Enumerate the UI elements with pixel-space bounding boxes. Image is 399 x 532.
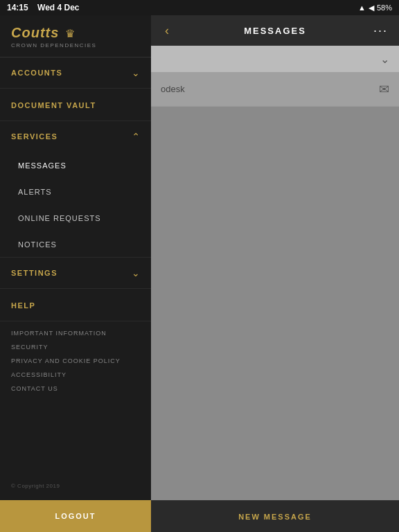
nav-section-settings: Settings ⌄ bbox=[0, 258, 151, 289]
content-area: ‹ Messages ··· ⌄ odesk ✉ bbox=[151, 15, 399, 500]
sidebar-item-notices[interactable]: Notices bbox=[0, 231, 151, 257]
content-title: Messages bbox=[244, 26, 306, 36]
content-header: ‹ Messages ··· bbox=[151, 15, 399, 46]
accounts-header[interactable]: Accounts ⌄ bbox=[0, 57, 151, 88]
messages-body bbox=[151, 107, 399, 500]
filter-chevron-icon[interactable]: ⌄ bbox=[380, 53, 389, 66]
help-item[interactable]: Help bbox=[0, 289, 151, 321]
document-vault-label: Document Vault bbox=[11, 101, 96, 109]
important-info-link[interactable]: Important Information bbox=[11, 330, 140, 337]
messages-label: Messages bbox=[18, 161, 66, 170]
security-link[interactable]: Security bbox=[11, 344, 140, 351]
nav-section-services: Services ⌄ Messages Alerts Online Reques… bbox=[0, 121, 151, 258]
crown-icon: ♛ bbox=[65, 27, 75, 40]
services-chevron-icon: ⌄ bbox=[132, 131, 140, 142]
settings-header[interactable]: Settings ⌄ bbox=[0, 258, 151, 288]
envelope-icon: ✉ bbox=[379, 82, 389, 97]
sidebar-item-messages[interactable]: Messages bbox=[0, 152, 151, 178]
privacy-link[interactable]: Privacy and Cookie Policy bbox=[11, 357, 140, 364]
sidebar: Coutts ♛ Crown Dependencies Accounts ⌄ D… bbox=[0, 15, 151, 500]
notices-label: Notices bbox=[18, 240, 57, 249]
accounts-label: Accounts bbox=[11, 69, 62, 77]
filter-bar: ⌄ bbox=[151, 46, 399, 72]
battery-indicator: 58% bbox=[377, 3, 392, 12]
services-label: Services bbox=[11, 132, 57, 141]
services-items: Messages Alerts Online Requests Notices bbox=[0, 152, 151, 257]
new-message-button[interactable]: New Message bbox=[151, 500, 399, 532]
more-button[interactable]: ··· bbox=[373, 24, 388, 38]
document-vault-item[interactable]: Document Vault bbox=[0, 89, 151, 121]
services-header[interactable]: Services ⌄ bbox=[0, 121, 151, 152]
status-date: Wed 4 Dec bbox=[37, 3, 79, 12]
helpdesk-row[interactable]: odesk ✉ bbox=[151, 72, 399, 107]
main-layout: Coutts ♛ Crown Dependencies Accounts ⌄ D… bbox=[0, 15, 399, 500]
copyright-text: © Copyright 2019 bbox=[0, 476, 151, 500]
status-time-date: 14:15 Wed 4 Dec bbox=[7, 3, 80, 12]
accounts-chevron-icon: ⌄ bbox=[132, 67, 140, 78]
sidebar-item-alerts[interactable]: Alerts bbox=[0, 178, 151, 204]
wifi-icon: ▲ bbox=[358, 3, 366, 12]
helpdesk-label: odesk bbox=[161, 84, 185, 94]
alerts-label: Alerts bbox=[18, 188, 52, 196]
logout-button[interactable]: Logout bbox=[0, 500, 151, 532]
status-bar: 14:15 Wed 4 Dec ▲ ◀ 58% bbox=[0, 0, 399, 15]
status-icons: ▲ ◀ 58% bbox=[358, 3, 392, 12]
back-button[interactable]: ‹ bbox=[162, 21, 172, 41]
help-label: Help bbox=[11, 301, 35, 310]
logo-subtitle: Crown Dependencies bbox=[11, 42, 140, 48]
accessibility-link[interactable]: Accessibility bbox=[11, 371, 140, 378]
logo-area: Coutts ♛ Crown Dependencies bbox=[0, 15, 151, 57]
logo: Coutts ♛ bbox=[11, 25, 140, 41]
signal-icon: ◀ bbox=[369, 3, 374, 12]
nav-section-accounts: Accounts ⌄ bbox=[0, 57, 151, 89]
settings-chevron-icon: ⌄ bbox=[132, 267, 140, 278]
sidebar-item-online-requests[interactable]: Online Requests bbox=[0, 204, 151, 231]
contact-link[interactable]: Contact Us bbox=[11, 385, 140, 392]
settings-label: Settings bbox=[11, 269, 57, 277]
footer-links: Important Information Security Privacy a… bbox=[0, 321, 151, 476]
status-time: 14:15 bbox=[7, 3, 28, 12]
online-requests-label: Online Requests bbox=[18, 214, 101, 222]
bottom-bar: Logout New Message bbox=[0, 500, 399, 532]
logo-text: Coutts bbox=[11, 25, 59, 40]
